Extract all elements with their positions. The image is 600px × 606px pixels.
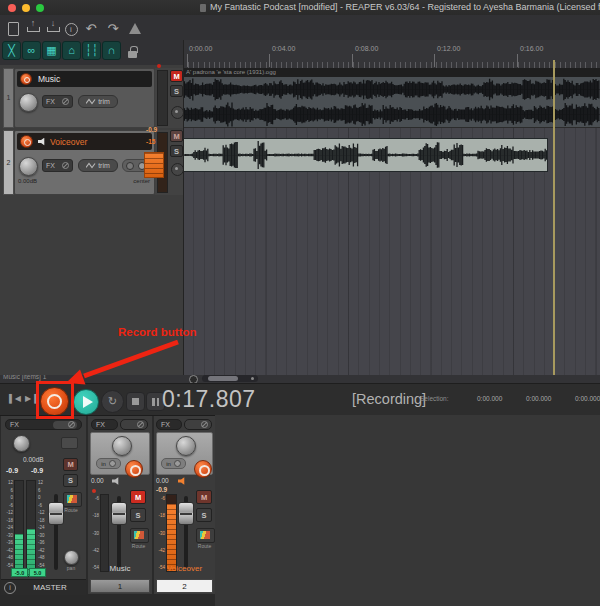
pan-knob[interactable] — [64, 550, 79, 565]
meter-scale: -6-18-30-42-54 — [88, 496, 99, 570]
strip-number[interactable]: 1 — [90, 579, 150, 593]
width-knob[interactable] — [13, 435, 30, 452]
track-title-bar: Music — [17, 71, 152, 87]
timeline-ruler[interactable]: 0:00.00 0:04.00 0:08.00 0:12.00 0:16.00 — [183, 40, 600, 69]
scrollbar-handle[interactable] — [208, 376, 238, 381]
solo-button[interactable]: S — [63, 474, 78, 487]
mixer-strip-master[interactable]: FX 0.00dB -0.9 -0.9 M S 1260-6-12-18-24-… — [1, 416, 86, 594]
volume-knob[interactable] — [19, 157, 38, 176]
output-button[interactable] — [61, 437, 78, 449]
route-button[interactable] — [130, 528, 149, 543]
volume-fader[interactable] — [178, 502, 194, 525]
zoom-window-button[interactable] — [36, 4, 44, 12]
route-button[interactable] — [63, 492, 82, 507]
fx-slot[interactable] — [53, 421, 77, 429]
arrange-area[interactable]: A' padrona 'e 'sta core (1931).ogg — [183, 68, 600, 376]
close-window-button[interactable] — [8, 4, 16, 12]
metronome-icon[interactable] — [126, 21, 144, 37]
envelope-trim-button[interactable]: trim — [78, 95, 118, 108]
solo-button[interactable]: S — [170, 145, 183, 157]
route-icon — [67, 495, 77, 503]
mute-button[interactable]: M — [196, 490, 212, 504]
input-button[interactable]: in — [96, 458, 121, 469]
stop-button[interactable] — [126, 392, 145, 411]
toggle-envelope-link-icon[interactable]: ∞ — [22, 41, 41, 60]
scale-tick-label: -6 — [95, 496, 99, 501]
volume-knob[interactable] — [19, 93, 38, 112]
playhead-cursor[interactable] — [553, 60, 555, 375]
solo-button[interactable]: S — [196, 508, 212, 522]
toggle-snap-icon[interactable]: ∩ — [102, 41, 121, 60]
input-button[interactable]: in — [161, 458, 186, 469]
scale-tick-label: -30 — [92, 531, 99, 536]
fx-button[interactable]: FX — [156, 419, 182, 430]
toggle-item-grouping-icon[interactable]: ▦ — [42, 41, 61, 60]
mixer-strip-music[interactable]: FX in 0.00 -6-18-30-42-54 M S Route Musi… — [88, 416, 152, 594]
horizontal-scrollbar[interactable] — [202, 375, 258, 382]
fx-bypass-icon[interactable] — [62, 162, 69, 169]
input-icon — [126, 162, 134, 170]
minimize-window-button[interactable] — [22, 4, 30, 12]
save-project-icon[interactable]: ↑ — [24, 21, 42, 37]
mute-button[interactable]: M — [63, 458, 78, 471]
redo-icon[interactable]: ↷ — [104, 21, 122, 37]
new-project-icon[interactable] — [4, 21, 22, 37]
track-header-voiceover[interactable]: Voiceover FX trim 0.00dB center — [14, 130, 155, 195]
mixer-strip-voiceover[interactable]: FX in 0.00 -0.9 -6-18-30-42-54 M S Route… — [154, 416, 215, 594]
media-item-music[interactable]: A' padrona 'e 'sta core (1931).ogg — [183, 68, 600, 128]
lock-icon[interactable] — [128, 46, 140, 60]
mute-button[interactable]: M — [170, 70, 183, 82]
fx-slot[interactable] — [184, 419, 212, 430]
selection-start-value[interactable]: 0:00.000 — [477, 395, 502, 402]
fx-bypass-icon[interactable] — [62, 98, 69, 105]
volume-readout[interactable]: 0.00 — [91, 477, 104, 484]
pan-knob[interactable] — [176, 436, 196, 456]
selection-length-value[interactable]: 0:00.000 — [575, 395, 600, 402]
fx-button[interactable]: FX — [5, 419, 82, 430]
selection-end-value[interactable]: 0:00.000 — [526, 395, 551, 402]
envelope-icon — [86, 162, 96, 169]
route-button[interactable] — [196, 528, 215, 543]
open-project-icon[interactable]: ↓ — [44, 21, 62, 37]
track-number-1[interactable]: 1 — [3, 68, 14, 128]
track-number-2[interactable]: 2 — [3, 130, 14, 195]
repeat-button[interactable]: ↻ — [101, 390, 124, 413]
fx-button[interactable]: FX — [91, 419, 118, 430]
track-name[interactable]: Voiceover — [50, 137, 87, 147]
volume-readout[interactable]: 0.00dB — [23, 456, 44, 463]
media-item-voiceover-recording[interactable] — [183, 138, 548, 172]
volume-fader[interactable] — [48, 502, 64, 525]
record-arm-button[interactable] — [194, 460, 212, 478]
pan-knob[interactable] — [112, 436, 132, 456]
recording-status-label: [Recording] — [352, 391, 426, 407]
fx-slot[interactable] — [120, 419, 148, 430]
toggle-ripple-edit-icon[interactable]: ┆┆ — [82, 41, 101, 60]
strip-number[interactable]: 2 — [156, 579, 213, 593]
toggle-crossfade-icon[interactable]: ╳ — [2, 41, 21, 60]
play-button[interactable] — [73, 389, 99, 415]
volume-fader[interactable] — [111, 502, 127, 525]
panel-divider[interactable] — [183, 40, 184, 375]
mute-button[interactable]: M — [170, 130, 183, 142]
record-arm-button[interactable] — [20, 73, 32, 85]
project-settings-icon[interactable]: i — [62, 21, 80, 37]
transport-time-display[interactable]: 0:17.807 — [162, 386, 256, 413]
fx-button[interactable]: FX — [42, 95, 73, 108]
volume-readout[interactable]: 0.00 — [156, 477, 169, 484]
track-name[interactable]: Music — [38, 74, 60, 84]
track-header-music[interactable]: Music FX trim — [14, 68, 155, 128]
go-to-start-button[interactable]: ▌◀ — [8, 392, 22, 405]
document-icon — [200, 4, 206, 12]
scale-tick-label: -36 — [38, 540, 45, 545]
solo-button[interactable]: S — [130, 508, 146, 522]
solo-button[interactable]: S — [170, 85, 183, 97]
fx-button[interactable]: FX — [42, 159, 73, 172]
envelope-trim-button[interactable]: trim — [78, 159, 118, 172]
record-arm-button[interactable] — [20, 135, 33, 148]
record-arm-button[interactable] — [125, 460, 143, 478]
undo-icon[interactable]: ↶ — [82, 21, 100, 37]
toggle-envelope-points-icon[interactable]: ⌂ — [62, 41, 81, 60]
fx-bypass-icon — [68, 421, 75, 428]
mute-button[interactable]: M — [130, 490, 146, 504]
route-label: Route — [194, 543, 215, 549]
